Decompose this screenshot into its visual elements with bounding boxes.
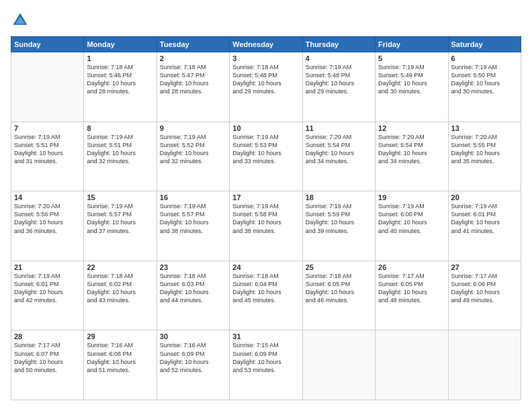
day-number: 23 (160, 263, 226, 271)
calendar-day-cell: 28Sunrise: 7:17 AM Sunset: 6:07 PM Dayli… (11, 330, 84, 400)
calendar-day-cell: 7Sunrise: 7:19 AM Sunset: 5:51 PM Daylig… (11, 122, 84, 191)
calendar-day-cell: 17Sunrise: 7:19 AM Sunset: 5:58 PM Dayli… (230, 191, 302, 261)
day-info: Sunrise: 7:17 AM Sunset: 6:05 PM Dayligh… (378, 272, 445, 305)
calendar-week-row: 7Sunrise: 7:19 AM Sunset: 5:51 PM Daylig… (11, 122, 521, 191)
day-info: Sunrise: 7:18 AM Sunset: 6:05 PM Dayligh… (306, 272, 372, 305)
day-number: 29 (87, 332, 153, 340)
calendar-day-cell: 1Sunrise: 7:18 AM Sunset: 5:46 PM Daylig… (84, 52, 157, 122)
day-info: Sunrise: 7:19 AM Sunset: 5:59 PM Dayligh… (306, 202, 372, 235)
day-number: 18 (306, 193, 372, 201)
day-info: Sunrise: 7:19 AM Sunset: 5:58 PM Dayligh… (232, 202, 299, 235)
day-number: 20 (451, 193, 518, 201)
calendar-day-cell: 30Sunrise: 7:16 AM Sunset: 6:09 PM Dayli… (157, 330, 229, 400)
day-number: 28 (14, 332, 81, 340)
day-number: 12 (378, 124, 445, 132)
day-info: Sunrise: 7:18 AM Sunset: 5:48 PM Dayligh… (232, 63, 299, 96)
calendar-day-cell (11, 52, 84, 122)
day-number: 6 (451, 54, 518, 62)
day-info: Sunrise: 7:16 AM Sunset: 6:08 PM Dayligh… (87, 341, 153, 374)
weekday-header-cell: Wednesday (230, 37, 302, 52)
calendar-day-cell (375, 330, 448, 400)
day-number: 10 (232, 124, 299, 132)
weekday-header-cell: Sunday (11, 37, 84, 52)
weekday-header-row: SundayMondayTuesdayWednesdayThursdayFrid… (11, 37, 521, 52)
day-info: Sunrise: 7:19 AM Sunset: 5:57 PM Dayligh… (160, 202, 226, 235)
calendar-day-cell: 12Sunrise: 7:20 AM Sunset: 5:54 PM Dayli… (375, 122, 448, 191)
day-number: 15 (87, 193, 153, 201)
calendar-day-cell: 26Sunrise: 7:17 AM Sunset: 6:05 PM Dayli… (375, 261, 448, 330)
weekday-header-cell: Thursday (302, 37, 375, 52)
logo (11, 11, 32, 30)
day-info: Sunrise: 7:19 AM Sunset: 5:50 PM Dayligh… (451, 63, 518, 96)
calendar-day-cell: 18Sunrise: 7:19 AM Sunset: 5:59 PM Dayli… (302, 191, 375, 261)
day-number: 14 (14, 193, 81, 201)
weekday-header-cell: Friday (375, 37, 448, 52)
day-info: Sunrise: 7:19 AM Sunset: 5:51 PM Dayligh… (87, 133, 153, 166)
calendar-page: SundayMondayTuesdayWednesdayThursdayFrid… (0, 0, 532, 411)
day-number: 2 (160, 54, 226, 62)
day-info: Sunrise: 7:19 AM Sunset: 5:52 PM Dayligh… (160, 133, 226, 166)
weekday-header-cell: Saturday (448, 37, 521, 52)
calendar-day-cell: 27Sunrise: 7:17 AM Sunset: 6:06 PM Dayli… (448, 261, 521, 330)
day-info: Sunrise: 7:19 AM Sunset: 6:01 PM Dayligh… (14, 272, 81, 305)
day-info: Sunrise: 7:19 AM Sunset: 5:51 PM Dayligh… (14, 133, 81, 166)
calendar-day-cell: 8Sunrise: 7:19 AM Sunset: 5:51 PM Daylig… (84, 122, 157, 191)
calendar-week-row: 21Sunrise: 7:19 AM Sunset: 6:01 PM Dayli… (11, 261, 521, 330)
calendar-day-cell: 25Sunrise: 7:18 AM Sunset: 6:05 PM Dayli… (302, 261, 375, 330)
day-info: Sunrise: 7:20 AM Sunset: 5:56 PM Dayligh… (14, 202, 81, 235)
day-info: Sunrise: 7:19 AM Sunset: 5:53 PM Dayligh… (232, 133, 299, 166)
weekday-header-cell: Monday (84, 37, 157, 52)
weekday-header-cell: Tuesday (157, 37, 229, 52)
day-info: Sunrise: 7:19 AM Sunset: 5:57 PM Dayligh… (87, 202, 153, 235)
day-info: Sunrise: 7:19 AM Sunset: 6:01 PM Dayligh… (451, 202, 518, 235)
calendar-day-cell: 29Sunrise: 7:16 AM Sunset: 6:08 PM Dayli… (84, 330, 157, 400)
day-info: Sunrise: 7:20 AM Sunset: 5:54 PM Dayligh… (378, 133, 445, 166)
day-number: 7 (14, 124, 81, 132)
day-number: 4 (306, 54, 372, 62)
calendar-day-cell: 2Sunrise: 7:18 AM Sunset: 5:47 PM Daylig… (157, 52, 229, 122)
calendar-day-cell: 19Sunrise: 7:19 AM Sunset: 6:00 PM Dayli… (375, 191, 448, 261)
header (11, 11, 521, 30)
calendar-day-cell: 24Sunrise: 7:18 AM Sunset: 6:04 PM Dayli… (230, 261, 302, 330)
calendar-day-cell: 5Sunrise: 7:19 AM Sunset: 5:49 PM Daylig… (375, 52, 448, 122)
calendar-day-cell: 23Sunrise: 7:18 AM Sunset: 6:03 PM Dayli… (157, 261, 229, 330)
calendar-day-cell: 16Sunrise: 7:19 AM Sunset: 5:57 PM Dayli… (157, 191, 229, 261)
day-number: 30 (160, 332, 226, 340)
calendar-day-cell: 4Sunrise: 7:19 AM Sunset: 5:48 PM Daylig… (302, 52, 375, 122)
day-info: Sunrise: 7:17 AM Sunset: 6:06 PM Dayligh… (451, 272, 518, 305)
day-number: 26 (378, 263, 445, 271)
day-number: 13 (451, 124, 518, 132)
calendar-day-cell: 22Sunrise: 7:18 AM Sunset: 6:02 PM Dayli… (84, 261, 157, 330)
day-info: Sunrise: 7:18 AM Sunset: 6:03 PM Dayligh… (160, 272, 226, 305)
calendar-day-cell: 13Sunrise: 7:20 AM Sunset: 5:55 PM Dayli… (448, 122, 521, 191)
calendar-body: 1Sunrise: 7:18 AM Sunset: 5:46 PM Daylig… (11, 52, 521, 400)
day-number: 17 (232, 193, 299, 201)
calendar-day-cell: 6Sunrise: 7:19 AM Sunset: 5:50 PM Daylig… (448, 52, 521, 122)
calendar-day-cell (448, 330, 521, 400)
calendar-day-cell: 21Sunrise: 7:19 AM Sunset: 6:01 PM Dayli… (11, 261, 84, 330)
day-number: 27 (451, 263, 518, 271)
day-number: 24 (232, 263, 299, 271)
calendar-week-row: 28Sunrise: 7:17 AM Sunset: 6:07 PM Dayli… (11, 330, 521, 400)
calendar-day-cell: 31Sunrise: 7:15 AM Sunset: 6:09 PM Dayli… (230, 330, 302, 400)
calendar-day-cell: 10Sunrise: 7:19 AM Sunset: 5:53 PM Dayli… (230, 122, 302, 191)
day-number: 31 (232, 332, 299, 340)
calendar-day-cell: 11Sunrise: 7:20 AM Sunset: 5:54 PM Dayli… (302, 122, 375, 191)
day-info: Sunrise: 7:20 AM Sunset: 5:54 PM Dayligh… (306, 133, 372, 166)
day-info: Sunrise: 7:16 AM Sunset: 6:09 PM Dayligh… (160, 341, 226, 374)
day-info: Sunrise: 7:19 AM Sunset: 5:48 PM Dayligh… (306, 63, 372, 96)
day-info: Sunrise: 7:18 AM Sunset: 5:47 PM Dayligh… (160, 63, 226, 96)
calendar-week-row: 1Sunrise: 7:18 AM Sunset: 5:46 PM Daylig… (11, 52, 521, 122)
day-number: 8 (87, 124, 153, 132)
day-info: Sunrise: 7:19 AM Sunset: 6:00 PM Dayligh… (378, 202, 445, 235)
calendar-day-cell: 3Sunrise: 7:18 AM Sunset: 5:48 PM Daylig… (230, 52, 302, 122)
day-number: 22 (87, 263, 153, 271)
calendar-day-cell: 9Sunrise: 7:19 AM Sunset: 5:52 PM Daylig… (157, 122, 229, 191)
day-info: Sunrise: 7:18 AM Sunset: 6:02 PM Dayligh… (87, 272, 153, 305)
logo-icon (11, 11, 30, 30)
calendar-week-row: 14Sunrise: 7:20 AM Sunset: 5:56 PM Dayli… (11, 191, 521, 261)
day-number: 11 (306, 124, 372, 132)
calendar-table: SundayMondayTuesdayWednesdayThursdayFrid… (11, 36, 521, 400)
day-number: 16 (160, 193, 226, 201)
day-info: Sunrise: 7:17 AM Sunset: 6:07 PM Dayligh… (14, 341, 81, 374)
